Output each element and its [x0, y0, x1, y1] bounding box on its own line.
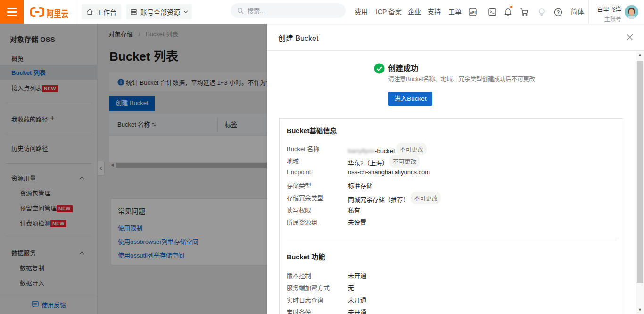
- svg-text:?: ?: [557, 10, 560, 15]
- svg-text:API: API: [470, 10, 476, 15]
